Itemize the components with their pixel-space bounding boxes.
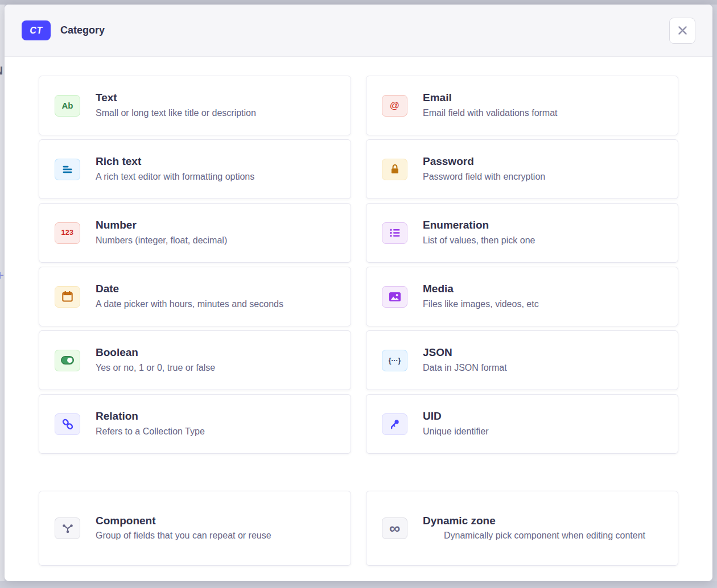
field-card-date[interactable]: Date A date picker with hours, minutes a…: [39, 267, 351, 326]
calendar-icon: [55, 286, 80, 308]
bullet-list-icon: [382, 222, 407, 244]
field-text: Enumeration List of values, then pick on…: [423, 218, 666, 247]
field-description: Refers to a Collection Type: [96, 425, 339, 438]
advanced-fields-grid: Component Group of fields that you can r…: [39, 491, 678, 566]
modal-body: Ab Text Small or long text like title or…: [5, 57, 712, 566]
field-title: JSON: [423, 346, 666, 359]
field-description: Files like images, videos, etc: [423, 297, 666, 311]
field-card-text[interactable]: Ab Text Small or long text like title or…: [39, 76, 351, 135]
field-text: Rich text A rich text editor with format…: [96, 155, 339, 184]
field-title: Password: [423, 155, 666, 168]
field-text: Relation Refers to a Collection Type: [96, 409, 339, 438]
field-card-relation[interactable]: Relation Refers to a Collection Type: [39, 394, 351, 454]
field-description: Email field with validations format: [423, 106, 666, 120]
field-title: Number: [96, 218, 339, 232]
modal-title: Category: [60, 24, 105, 36]
network-nodes-icon: [55, 517, 80, 539]
field-title: Component: [96, 514, 339, 528]
field-text: Component Group of fields that you can r…: [96, 514, 339, 543]
field-description: Yes or no, 1 or 0, true or false: [96, 361, 339, 375]
field-description: Numbers (integer, float, decimal): [96, 234, 339, 247]
default-fields-grid: Ab Text Small or long text like title or…: [39, 76, 678, 454]
toggle-on-icon: [55, 350, 80, 371]
align-left-icon: [55, 159, 80, 180]
field-description: Group of fields that you can repeat or r…: [96, 529, 339, 543]
field-description: List of values, then pick one: [423, 234, 666, 247]
field-card-email[interactable]: @ Email Email field with validations for…: [366, 76, 678, 135]
field-card-json[interactable]: {···} JSON Data in JSON format: [366, 330, 678, 390]
numbers-123-icon: 123: [55, 222, 80, 244]
field-card-password[interactable]: Password Password field with encryption: [366, 139, 678, 199]
field-text: Date A date picker with hours, minutes a…: [96, 282, 339, 311]
field-text: Media Files like images, videos, etc: [423, 282, 666, 311]
close-button[interactable]: [669, 18, 695, 44]
infinity-icon: ∞: [382, 517, 407, 539]
field-card-number[interactable]: 123 Number Numbers (integer, float, deci…: [39, 203, 351, 263]
field-text: UID Unique identifier: [423, 409, 666, 438]
field-card-uid[interactable]: UID Unique identifier: [366, 394, 678, 454]
page-overlay-top: [0, 0, 717, 5]
field-title: Dynamic zone: [423, 514, 666, 528]
field-title: Rich text: [96, 155, 339, 168]
field-text: Dynamic zone Dynamically pick component …: [423, 514, 666, 543]
field-description: Unique identifier: [423, 425, 666, 438]
picture-icon: [382, 286, 407, 308]
select-field-modal: CT Category Ab Text Small or long text l…: [5, 5, 712, 581]
field-description: Dynamically pick component when editing …: [423, 529, 666, 543]
field-card-dynamic-zone[interactable]: ∞ Dynamic zone Dynamically pick componen…: [366, 491, 678, 566]
curly-braces-icon: {···}: [382, 350, 407, 371]
background-nav-fragment: N: [0, 64, 3, 77]
field-description: A date picker with hours, minutes and se…: [96, 297, 339, 311]
key-icon: [382, 413, 407, 435]
field-card-boolean[interactable]: Boolean Yes or no, 1 or 0, true or false: [39, 330, 351, 390]
at-sign-icon: @: [382, 95, 407, 117]
field-text: JSON Data in JSON format: [423, 346, 666, 375]
field-title: Relation: [96, 409, 339, 423]
field-text: Password Password field with encryption: [423, 155, 666, 184]
field-card-media[interactable]: Media Files like images, videos, etc: [366, 267, 678, 326]
field-card-component[interactable]: Component Group of fields that you can r…: [39, 491, 351, 566]
ab-text-icon: Ab: [55, 95, 80, 117]
x-icon: [677, 25, 688, 36]
field-title: Media: [423, 282, 666, 296]
background-plus-fragment: +: [0, 267, 4, 283]
field-text: Text Small or long text like title or de…: [96, 91, 339, 120]
field-description: Small or long text like title or descrip…: [96, 106, 339, 120]
field-card-richtext[interactable]: Rich text A rich text editor with format…: [39, 139, 351, 199]
field-description: Data in JSON format: [423, 361, 666, 375]
field-title: Text: [96, 91, 339, 105]
field-description: Password field with encryption: [423, 170, 666, 184]
page-overlay-left: N +: [0, 5, 5, 581]
field-title: Email: [423, 91, 666, 105]
field-title: Date: [96, 282, 339, 296]
modal-header: CT Category: [5, 5, 712, 57]
field-title: UID: [423, 409, 666, 423]
field-title: Enumeration: [423, 218, 666, 232]
field-card-enumeration[interactable]: Enumeration List of values, then pick on…: [366, 203, 678, 263]
field-text: Boolean Yes or no, 1 or 0, true or false: [96, 346, 339, 375]
chain-link-icon: [55, 413, 80, 435]
field-text: Number Numbers (integer, float, decimal): [96, 218, 339, 247]
field-text: Email Email field with validations forma…: [423, 91, 666, 120]
page-overlay-bottom: [0, 581, 717, 588]
content-type-badge: CT: [22, 20, 51, 40]
field-description: A rich text editor with formatting optio…: [96, 170, 339, 184]
lock-icon: [382, 159, 407, 180]
field-title: Boolean: [96, 346, 339, 359]
